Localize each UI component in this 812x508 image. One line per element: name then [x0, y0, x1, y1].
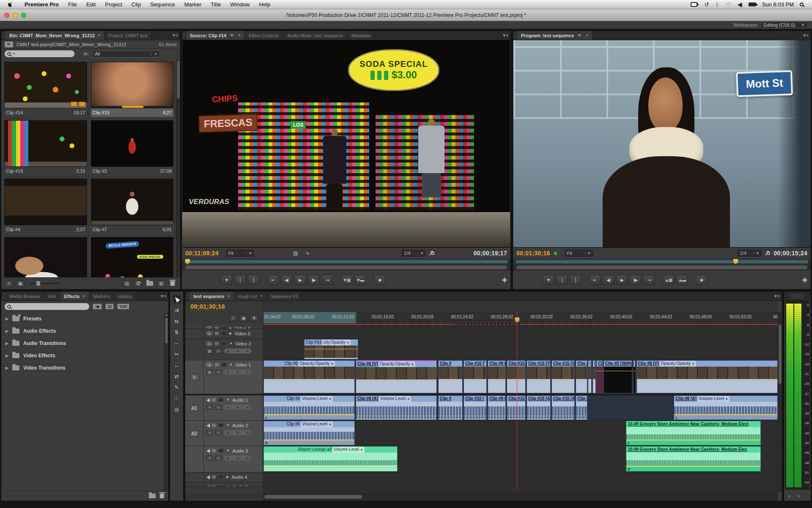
source-playback-resolution-dropdown[interactable]: 1/4▼ — [402, 250, 425, 257]
bin-panel-menu-icon[interactable]: ▼≡ — [169, 31, 180, 40]
add-keyframe-icon[interactable]: ◇ — [215, 456, 222, 461]
timeline-current-timecode[interactable]: 00;01;30;16 — [190, 303, 225, 310]
close-icon[interactable]: × — [82, 294, 85, 298]
volume-rubber-band[interactable] — [507, 416, 525, 416]
source-tab-metadata[interactable]: Metadata — [348, 31, 375, 40]
opacity-rubber-band[interactable] — [527, 380, 550, 381]
add-keyframe-icon[interactable]: ◇ — [215, 430, 222, 435]
opacity-rubber-band[interactable] — [264, 380, 354, 381]
program-playhead-pin[interactable] — [733, 259, 738, 265]
timeline-tab-test-sequence[interactable]: test sequence× — [189, 292, 234, 301]
effects-tab-markers[interactable]: Markers — [89, 292, 114, 301]
source-panel-menu-icon[interactable]: ▼≡ — [499, 31, 510, 40]
go-to-out-button[interactable]: ⇥ — [643, 275, 655, 285]
timeline-clip-clip[interactable]: Clip # — [576, 360, 587, 393]
sync-lock-icon[interactable]: ⊟ — [212, 474, 216, 480]
timeline-clip-clip-10[interactable]: Clip #10 [' — [464, 360, 487, 393]
overwrite-button[interactable]: ▼▬ — [354, 275, 366, 285]
keyframe-navigator[interactable]: ◀◆▶ — [224, 370, 251, 375]
add-keyframe-icon[interactable]: ◇ — [215, 370, 222, 375]
menu-help[interactable]: Help — [255, 1, 275, 8]
zoom-tool[interactable]: ◎ — [172, 404, 182, 414]
volume-rubber-band[interactable] — [674, 414, 777, 414]
disclosure-triangle-icon[interactable]: ▶ — [229, 331, 232, 335]
disclosure-triangle-icon[interactable]: ▼ — [226, 485, 230, 486]
button-editor-plus[interactable]: ✚ — [802, 276, 807, 284]
timeline-clip-clip-8-a[interactable]: Clip #8 [A]Volume:Level ▼L — [674, 395, 778, 420]
source-tab-effect-controls[interactable]: Effect Controls — [245, 31, 283, 40]
menu-clock[interactable]: Sun 6:03 PM — [762, 1, 794, 8]
thumbnail-scrub-bar[interactable] — [91, 106, 173, 108]
timeline-clip-clip-15-v[interactable]: Clip #15 [V]▼ — [551, 360, 575, 393]
track-lock-toggle[interactable] — [218, 448, 224, 453]
disclosure-triangle-icon[interactable]: ▶ — [5, 366, 8, 370]
volume-rubber-band[interactable] — [439, 416, 462, 416]
32-bit-filter[interactable]: 32 — [105, 304, 114, 309]
program-zoom-dropdown[interactable]: Fit▼ — [565, 250, 593, 257]
display-menu-icon[interactable] — [691, 2, 697, 7]
sync-lock-icon[interactable]: ⊟ — [215, 362, 219, 367]
automate-to-sequence-button[interactable]: ▤ — [123, 280, 131, 287]
sync-lock-icon[interactable]: ⊟ — [212, 422, 216, 428]
timeline-clip-clip-9-v[interactable]: Clip #9 [V] — [488, 360, 506, 393]
timeline-clip-item[interactable]: ( — [593, 360, 596, 393]
film-icon[interactable]: ▤ — [293, 250, 298, 256]
clip-thumbnail[interactable] — [4, 120, 87, 167]
clip-effect-dropdown[interactable]: Opacity:Opacity ▼ — [660, 361, 696, 367]
keyframe-navigator[interactable]: ◀◆▶ — [224, 348, 251, 353]
timeline-clip-10-09-grocery-store-ambience-near-cashiers-medium-elect[interactable]: 10-09 Grocery Store Ambience Near Cashie… — [626, 421, 761, 445]
timeline-clip-item[interactable]: ( — [588, 360, 592, 393]
step-forward-button[interactable]: |▶ — [308, 275, 319, 285]
battery-icon[interactable] — [749, 3, 756, 6]
display-style-icon[interactable]: ▥ — [206, 348, 213, 353]
opacity-rubber-band[interactable] — [507, 380, 525, 381]
track-target-cell[interactable] — [185, 339, 204, 360]
extract-button[interactable]: ▲▬ — [676, 275, 688, 285]
timeline-clip-10-09-grocery-store-ambience-near-cashiers-medium-elec[interactable]: 10-09 Grocery Store Ambience Near Cashie… — [626, 446, 761, 472]
timeline-clip-clip-8-v[interactable]: Clip #8 [V]Opacity:Opacity ▼ — [636, 360, 778, 393]
timeline-clip-clip-15-a[interactable]: Clip #15 [A]▼ — [551, 395, 575, 420]
disclosure-triangle-icon[interactable]: ▼ — [226, 423, 230, 427]
track-target-cell[interactable] — [185, 472, 204, 482]
program-zoom-scrollbar[interactable] — [513, 265, 811, 271]
track-target-cell[interactable]: V — [185, 360, 204, 394]
step-back-button[interactable]: ◀| — [281, 275, 292, 285]
add-keyframe-icon[interactable]: ◇ — [215, 405, 222, 410]
opacity-rubber-band[interactable] — [576, 380, 587, 381]
program-scrub-row[interactable] — [513, 259, 811, 265]
effects-folder-video-effects[interactable]: ▶Video Effects — [1, 350, 163, 362]
timeline-clip-clip-15-v[interactable]: Clip #15 [V]y ▼ — [527, 360, 551, 393]
track-target-cell[interactable] — [185, 483, 204, 486]
volume-rubber-band[interactable] — [264, 467, 397, 468]
track-target-toggle[interactable]: A2 — [190, 430, 199, 437]
eye-icon[interactable] — [206, 363, 212, 367]
timeline-clip-clip[interactable]: Clip — [596, 360, 603, 393]
effects-folder-audio-effects[interactable]: ▶Audio Effects — [1, 325, 163, 337]
close-icon[interactable]: × — [586, 33, 588, 38]
mark-out-button[interactable]: } — [248, 275, 259, 285]
program-playback-resolution-dropdown[interactable]: 1/4▼ — [738, 250, 761, 257]
bin-tab-bin-cnmt-mom-never-wrong-31312[interactable]: Bin: CNMT_Mom_Never_Wrong_31312× — [5, 31, 104, 40]
settings-wrench-icon[interactable] — [765, 251, 770, 256]
rolling-edit-tool[interactable]: ⇅ — [172, 327, 182, 337]
clip-effect-dropdown[interactable]: Volume:Level ▼ — [379, 396, 411, 402]
track-lock-toggle[interactable] — [218, 485, 224, 486]
clip-effect-dropdown[interactable]: Volume:Level ▼ — [697, 396, 730, 402]
close-icon[interactable]: × — [98, 33, 100, 38]
export-frame-button[interactable]: ◙ — [374, 275, 385, 285]
effects-folder-audio-transitions[interactable]: ▶Audio Transitions — [1, 337, 163, 350]
eye-icon[interactable] — [206, 326, 212, 329]
close-icon[interactable]: × — [260, 294, 263, 298]
source-zoom-scrollbar[interactable] — [182, 265, 510, 271]
lift-button[interactable]: ▲▦ — [663, 275, 674, 285]
keyframe-navigator[interactable]: ◀◆▶ — [224, 456, 251, 461]
window-title-bar[interactable]: /Volumes/P50 Production Drive 2/CNMT 201… — [0, 9, 812, 21]
new-bin-button[interactable] — [145, 280, 154, 287]
eye-icon[interactable] — [206, 342, 212, 345]
program-tab-program-test-sequence[interactable]: Program: test sequence▼× — [517, 31, 593, 40]
wifi-icon[interactable]: ◠ — [726, 1, 730, 8]
meter-solo-buttons[interactable] — [787, 494, 801, 498]
effects-scrollbar[interactable]: ▲ — [164, 313, 168, 491]
bin-clip-clip-15[interactable]: Clip #154;27 — [90, 61, 176, 119]
display-style-icon[interactable]: ∿ — [206, 405, 213, 410]
